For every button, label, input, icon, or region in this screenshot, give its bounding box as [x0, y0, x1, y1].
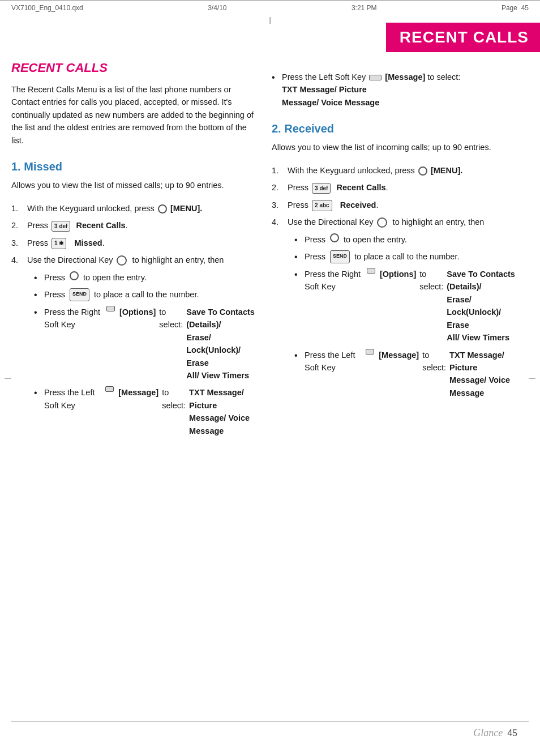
step-content: With the Keyguard unlocked, press [MENU]… [27, 202, 255, 215]
key-3def-r: 3 def [312, 183, 331, 194]
menu-circle-icon [158, 204, 167, 213]
left-softkey-icon [105, 386, 114, 392]
open-circle-icon-r [330, 233, 339, 242]
key-2abc: 2 abc [312, 200, 332, 211]
left-column: RECENT CALLS The Recent Calls Menu is a … [11, 61, 255, 447]
send-key-icon: SEND [70, 288, 89, 301]
step-content: Use the Directional Key to highlight an … [288, 216, 515, 404]
header-time: 3:21 PM [352, 4, 377, 12]
bullet-options: Press the Right Soft Key [Options] to se… [34, 306, 255, 382]
section-title-italic: RECENT CALLS [11, 61, 255, 75]
subsection-received-title: 2. Received [272, 122, 515, 135]
bullet-call-r: Press SEND to place a call to the number… [294, 250, 515, 263]
step-num: 4. [11, 254, 24, 442]
bottom-line [11, 721, 529, 722]
left-softkey-icon-r [366, 349, 374, 354]
received-step-1: 1. With the Keyguard unlocked, press [ME… [272, 164, 515, 177]
step-num: 3. [272, 199, 284, 211]
content-area: RECENT CALLS The Recent Calls Menu is a … [0, 15, 540, 470]
step-content: Press 2 abc Received. [288, 199, 515, 211]
missed-bullets: Press to open the entry. Press SEND to p… [34, 271, 255, 438]
header-bar: VX7100_Eng_0410.qxd 3/4/10 3:21 PM Page … [0, 0, 540, 15]
footer-brand: Glance [473, 727, 503, 739]
send-key-icon-r: SEND [330, 250, 350, 263]
step-num: 2. [272, 181, 284, 194]
intro-text: The Recent Calls Menu is a list of the l… [11, 83, 255, 147]
bullet-open-r: Press to open the entry. [294, 233, 515, 246]
header-date: 3/4/10 [208, 4, 226, 12]
right-top-bullets: Press the Left Soft Key [Message] to sel… [272, 71, 515, 109]
bullet-options-r: Press the Right Soft Key [Options] to se… [294, 268, 515, 344]
right-bullet-message-top: Press the Left Soft Key [Message] to sel… [272, 71, 515, 109]
received-steps: 1. With the Keyguard unlocked, press [ME… [272, 164, 515, 404]
open-circle-icon [70, 271, 79, 280]
step-content: Press 1 ✱ Missed. [27, 237, 255, 249]
received-step-2: 2. Press 3 def Recent Calls. [272, 181, 515, 194]
page-title: RECENT CALLS [386, 23, 540, 52]
step-num: 4. [272, 216, 284, 404]
step-num: 1. [272, 164, 284, 177]
missed-step-1: 1. With the Keyguard unlocked, press [ME… [11, 202, 255, 215]
footer-page: 45 [507, 728, 517, 738]
menu-circle-icon-r [418, 166, 427, 176]
right-column: Press the Left Soft Key [Message] to sel… [272, 61, 515, 447]
side-mark-right [529, 378, 535, 379]
step-content: With the Keyguard unlocked, press [MENU]… [288, 164, 515, 177]
step-num: 2. [11, 219, 24, 232]
key-3def: 3 def [52, 221, 70, 232]
dir-key-icon [117, 255, 127, 266]
missed-steps: 1. With the Keyguard unlocked, press [ME… [11, 202, 255, 442]
missed-description: Allows you to view the list of missed ca… [11, 179, 255, 191]
step-content: Use the Directional Key to highlight an … [27, 254, 255, 442]
right-softkey-icon [106, 306, 115, 311]
missed-step-2: 2. Press 3 def Recent Calls. [11, 219, 255, 232]
header-filename: VX7100_Eng_0410.qxd [11, 4, 83, 12]
dir-key-icon-r [377, 217, 387, 228]
side-mark-left [5, 378, 11, 379]
step-num: 3. [11, 237, 24, 249]
step-content: Press 3 def Recent Calls. [288, 181, 515, 194]
missed-step-4: 4. Use the Directional Key to highlight … [11, 254, 255, 442]
bullet-open: Press to open the entry. [34, 271, 255, 284]
key-1star: 1 ✱ [52, 238, 66, 249]
received-description: Allows you to view the list of incoming … [272, 141, 515, 153]
received-step-3: 3. Press 2 abc Received. [272, 199, 515, 211]
header-page: Page 45 [502, 4, 529, 12]
received-bullets: Press to open the entry. Press SEND to p… [294, 233, 515, 400]
bullet-message: Press the Left Soft Key [Message] to sel… [34, 386, 255, 437]
footer: Glance 45 [473, 727, 517, 739]
top-center-mark [269, 17, 271, 24]
received-step-4: 4. Use the Directional Key to highlight … [272, 216, 515, 404]
missed-step-3: 3. Press 1 ✱ Missed. [11, 237, 255, 249]
step-content: Press 3 def Recent Calls. [27, 219, 255, 232]
right-softkey-icon-r [367, 268, 375, 274]
bullet-message-r: Press the Left Soft Key [Message] to sel… [294, 349, 515, 400]
step-num: 1. [11, 202, 24, 215]
left-softkey-icon-top [369, 75, 382, 80]
bullet-call: Press SEND to place a call to the number… [34, 288, 255, 301]
subsection-missed-title: 1. Missed [11, 160, 255, 173]
